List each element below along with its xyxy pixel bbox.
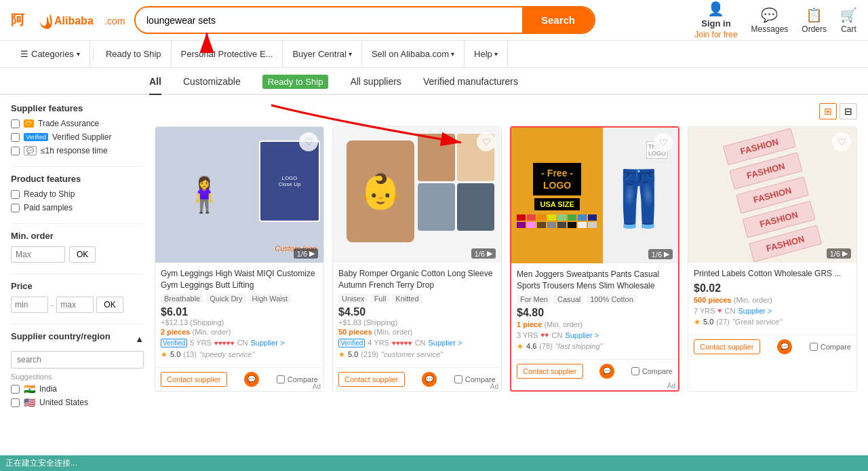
product-img-1[interactable]: 🧍‍♀️ LOGOClose Up Custom logo ♡ 1/6 ▶ [155,127,323,263]
chat-btn-1[interactable]: 💬 [244,372,259,387]
romper-main: 👶 [347,140,414,242]
contact-btn-2[interactable]: Contact supplier [338,372,405,387]
product-img-4[interactable]: FASHION FASHION FASHION FASHION FASHION … [688,127,856,263]
us-checkbox[interactable] [11,398,20,407]
tab-all[interactable]: All [149,76,161,95]
sign-in-label[interactable]: Sign in [701,18,730,29]
tab-verified-manufacturers[interactable]: Verified manufacturers [423,76,518,95]
hamburger-icon: ☰ [20,49,28,59]
product-img-2[interactable]: 👶 ♡ 1/6 ▶ [333,127,501,263]
orders[interactable]: 📋 Orders [802,7,827,34]
nav-ready-to-ship[interactable]: Ready to Ship [96,41,172,67]
trade-assurance-checkbox[interactable] [11,119,20,128]
free-logo-text: - Free -LOGO [533,163,581,195]
ready-to-ship-filter[interactable]: Ready to Ship [11,189,144,199]
tab-ready-to-ship[interactable]: Ready to Ship [262,76,329,95]
country-collapse-icon[interactable]: ▲ [135,334,144,344]
contact-btn-3[interactable]: Contact supplier [517,364,583,379]
wishlist-btn-2[interactable]: ♡ [477,132,496,151]
product-title-1[interactable]: Gym Leggings High Waist MIQI Customize G… [161,268,318,291]
star-icon-1: ★ [161,350,167,359]
tab-all-suppliers-label: All suppliers [350,76,401,87]
verified-supplier-filter[interactable]: Verified Verified Supplier [11,132,144,142]
min-order-input[interactable] [11,246,65,263]
chat-btn-2[interactable]: 💬 [422,372,437,387]
india-checkbox[interactable] [11,385,20,394]
join-label[interactable]: Join for free [694,30,737,39]
compare-checkbox-3[interactable] [631,367,639,375]
supplier-link-4[interactable]: Supplier > [738,307,772,315]
swatch-darkgray [557,222,566,228]
product-img-3[interactable]: - Free -LOGO USA SIZE [511,128,678,263]
swatch-lightred [527,214,536,221]
compare-btn-4[interactable]: Compare [810,343,851,351]
tab-customizable[interactable]: Customizable [183,76,241,95]
img-counter-arrow-icon-3: ▶ [664,250,669,259]
verified-supplier-checkbox[interactable] [11,133,20,142]
compare-checkbox-2[interactable] [454,375,462,383]
wishlist-btn-3[interactable]: ♡ [654,133,673,152]
romper-swatch-3 [418,183,455,231]
sign-in-join[interactable]: 👤 Sign in Join for free [694,1,737,39]
compare-checkbox-4[interactable] [810,343,818,351]
svg-text:阿: 阿 [11,12,25,27]
nav-help[interactable]: Help ▾ [465,41,508,67]
search-button[interactable]: Search [522,7,594,33]
list-view-btn[interactable]: ⊟ [840,103,857,119]
tag-unisex: Unisex [338,294,368,303]
wishlist-btn-1[interactable]: ♡ [299,132,318,151]
grid-view-btn[interactable]: ⊞ [819,103,837,119]
cart[interactable]: 🛒 Cart [840,7,857,34]
nav-buyer-central[interactable]: Buyer Central ▾ [283,41,361,67]
swatch-mint [557,214,566,221]
supplier-link-3[interactable]: Supplier > [565,331,599,339]
country-search-input[interactable] [11,351,144,369]
messages-label: Messages [751,24,789,34]
max-price-input[interactable] [56,297,94,313]
supplier-row-4: 7 YRS ♥ CN Supplier > [694,307,851,315]
img-counter-4: 1/6 ▶ [827,248,851,259]
chat-btn-4[interactable]: 💬 [777,339,792,354]
wishlist-btn-4[interactable]: ♡ [832,132,851,151]
response-time-filter[interactable]: 💬 ≤1h response time [11,146,144,155]
country-us[interactable]: 🇺🇸 United States [11,397,144,408]
header: 阿 Alibaba .com Search 👤 Sign in Join for… [0,0,868,41]
search-input[interactable] [136,8,522,33]
trade-assurance-filter[interactable]: 🛡 Trade Assurance [11,119,144,128]
usa-size-text: USA SIZE [534,198,579,210]
product-title-2[interactable]: Baby Romper Organic Cotton Long Sleeve A… [338,268,496,291]
messages[interactable]: 💬 Messages [751,7,789,34]
logo[interactable]: 阿 Alibaba .com [11,11,126,30]
ready-to-ship-checkbox[interactable] [11,190,20,199]
rating-3: 4.6 [526,342,536,350]
country-india[interactable]: 🇮🇳 India [11,383,144,394]
contact-btn-4[interactable]: Contact supplier [694,339,760,354]
swatch-green [568,214,576,221]
min-order-ok-btn[interactable]: OK [69,246,96,263]
reviews-2: (219) [361,350,378,358]
paid-samples-checkbox[interactable] [11,204,20,212]
contact-btn-1[interactable]: Contact supplier [161,372,227,387]
response-time-checkbox[interactable] [11,147,20,155]
nav-protective[interactable]: Personal Protective E... [172,41,283,67]
card-footer-4: Contact supplier 💬 Compare [688,335,856,358]
product-title-4[interactable]: Printed Labels Cotton Wholesale GRS ... [694,268,851,280]
chat-btn-3[interactable]: 💬 [599,364,614,379]
joggers-logo-bg: - Free -LOGO USA SIZE [511,128,603,263]
nav-sell[interactable]: Sell on Alibaba.com ▾ [362,41,465,67]
tab-all-suppliers[interactable]: All suppliers [350,76,401,95]
min-order-section: Min. order OK [11,231,144,263]
swatch-pink [527,222,536,228]
nav-categories[interactable]: ☰ Categories ▾ [11,41,90,67]
rating-row-1: ★ 5.0 (13) "speedy service" [161,350,318,359]
compare-checkbox-1[interactable] [277,375,285,383]
compare-btn-3[interactable]: Compare [631,367,673,375]
min-price-input[interactable] [11,297,48,313]
img-counter-3: 1/6 ▶ [648,249,673,259]
product-title-3[interactable]: Men Joggers Sweatpants Pants Casual Spor… [517,269,673,292]
paid-samples-filter[interactable]: Paid samples [11,203,144,212]
supplier-link-1[interactable]: Supplier > [251,339,285,347]
price-ok-btn[interactable]: OK [96,297,123,313]
product-info-3: Men Joggers Sweatpants Pants Casual Spor… [511,263,678,359]
supplier-link-2[interactable]: Supplier > [429,339,462,347]
